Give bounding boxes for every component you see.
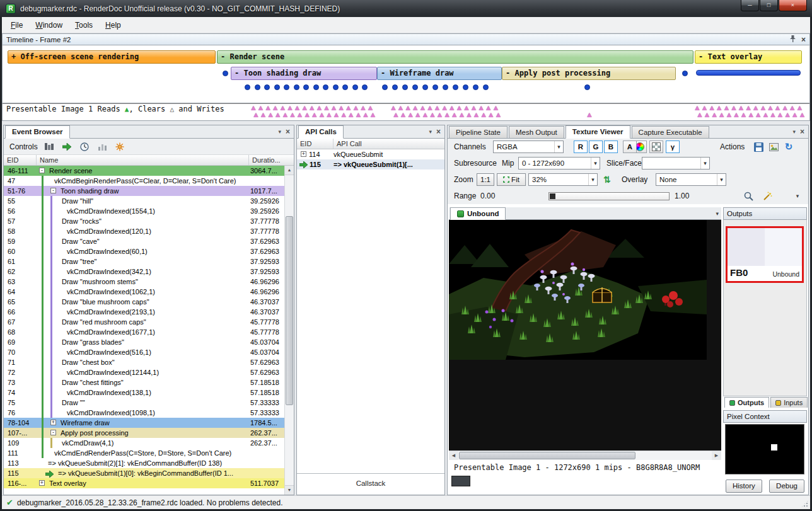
timeline-block[interactable]: - Wireframe draw [377, 67, 502, 80]
event-row-115[interactable]: 115=> vkQueueSubmit(1)[0]: vkBeginComman… [4, 468, 284, 478]
panel-menu-icon[interactable]: ▾ [792, 129, 796, 135]
event-row-69[interactable]: 69Draw "grass blades"45.03704 [4, 337, 284, 347]
event-row-57[interactable]: 57Draw "rocks"37.77778 [4, 216, 284, 226]
panel-menu-icon[interactable]: ▾ [429, 129, 432, 135]
event-row-111[interactable]: 111vkCmdEndRenderPass(C=Store, D=Store, … [4, 448, 284, 458]
panel-close-icon[interactable]: × [800, 127, 804, 136]
event-row-113[interactable]: 113=> vkQueueSubmit(2)[1]: vkEndCommandB… [4, 458, 284, 468]
event-row-62[interactable]: 62vkCmdDrawIndexed(342,1)37.92593 [4, 267, 284, 277]
timeline-dot[interactable] [323, 84, 328, 90]
timeline-dot[interactable] [443, 84, 448, 90]
column-api-call[interactable]: API Call [334, 139, 444, 149]
timeline-dot[interactable] [402, 84, 408, 90]
resize-grip[interactable] [801, 500, 809, 508]
timeline-dot[interactable] [264, 84, 270, 90]
menu-item-file[interactable]: File [4, 18, 29, 32]
event-row-70[interactable]: 70vkCmdDrawIndexed(516,1)45.03704 [4, 347, 284, 357]
mip-combo[interactable]: 0 - 1272x690 ▾ [518, 157, 600, 169]
timeline-dot[interactable] [274, 84, 280, 90]
timeline-columns-icon[interactable] [44, 141, 55, 152]
event-row-76[interactable]: 76vkCmdDrawIndexed(1098,1)57.33333 [4, 408, 284, 418]
timeline-block[interactable]: - Render scene [217, 50, 693, 64]
event-row-65[interactable]: 65Draw "blue mushroom caps"46.37037 [4, 297, 284, 307]
timeline-body[interactable]: + Off-screen scene rendering- Render sce… [2, 45, 810, 103]
timeline-block[interactable]: - Toon shading draw [231, 67, 377, 80]
timeline-dot[interactable] [313, 84, 319, 90]
column-eid[interactable]: EID [4, 155, 37, 165]
event-row-55[interactable]: 55Draw "hill"39.25926 [4, 196, 284, 206]
channel-a-button[interactable]: A [623, 141, 637, 153]
pin-icon[interactable] [789, 35, 796, 43]
tab-api-calls[interactable]: API Calls [298, 125, 344, 139]
tab-inputs[interactable]: Inputs [770, 397, 808, 408]
event-row-61[interactable]: 61Draw "tree"37.92593 [4, 256, 284, 267]
event-row-51-76[interactable]: 51-76-Toon shading draw1017.7... [4, 186, 284, 196]
range-slider[interactable] [548, 192, 670, 200]
timeline-block[interactable]: - Apply post processing [502, 67, 676, 80]
channels-combo[interactable]: RGBA ▾ [493, 141, 564, 153]
tab-capture-executable[interactable]: Capture Executable [632, 126, 709, 138]
overlay-combo[interactable]: None ▾ [656, 173, 726, 186]
scroll-left-icon[interactable]: ◀ [449, 451, 458, 460]
timeline-block[interactable]: - Text overlay [695, 50, 802, 64]
scroll-right-icon[interactable]: ▶ [712, 451, 721, 460]
texture-horizontal-scrollbar[interactable]: ◀ ▶ [449, 451, 721, 460]
tab-mesh-output[interactable]: Mesh Output [509, 126, 564, 138]
alpha-checker-button[interactable] [649, 141, 663, 153]
timeline-dot[interactable] [223, 71, 228, 76]
event-row-116-...[interactable]: 116-...+Text overlay511.7037 [4, 478, 284, 488]
timeline-dot[interactable] [362, 84, 368, 90]
api-calls-header[interactable]: EID API Call [297, 139, 444, 149]
column-name[interactable]: Name [37, 155, 249, 165]
event-row-109[interactable]: 109vkCmdDraw(4,1)262.37... [4, 438, 284, 448]
timeline-close-icon[interactable]: × [801, 37, 806, 43]
scrollbar-thumb[interactable] [459, 452, 635, 459]
close-button[interactable]: × [779, 0, 807, 11]
goto-eid-icon[interactable] [61, 141, 73, 152]
event-browser-scrollbar[interactable]: ▲ ▼ [284, 166, 294, 495]
column-eid[interactable]: EID [297, 139, 334, 149]
maximize-button[interactable]: □ [760, 0, 778, 11]
texture-tab-unbound[interactable]: Unbound [450, 207, 506, 220]
timeline-block[interactable]: + Off-screen scene rendering [8, 50, 216, 64]
event-row-59[interactable]: 59Draw "cave"37.62963 [4, 236, 284, 246]
tree-toggle[interactable]: - [39, 168, 45, 173]
event-row-47[interactable]: 47vkCmdBeginRenderPass(C=Clear, D=Clear,… [4, 176, 284, 186]
zoom-1to1-button[interactable]: 1:1 [477, 173, 494, 186]
minimize-button[interactable]: ─ [741, 0, 759, 11]
tab-outputs[interactable]: Outputs [724, 397, 769, 408]
tree-toggle[interactable]: - [50, 188, 56, 193]
timeline-dot[interactable] [473, 84, 478, 90]
panel-menu-icon[interactable]: ▾ [278, 129, 281, 135]
timeline-dot[interactable] [303, 84, 309, 90]
tab-pipeline-state[interactable]: Pipeline State [449, 126, 508, 138]
event-row-68[interactable]: 68vkCmdDrawIndexed(1677,1)45.77778 [4, 327, 284, 337]
tree-toggle[interactable]: + [50, 420, 56, 425]
zoom-combo[interactable]: 32% ▾ [528, 173, 598, 186]
timeline-dot[interactable] [584, 84, 590, 90]
menu-item-help[interactable]: Help [99, 18, 127, 32]
timeline-dot[interactable] [382, 84, 388, 90]
timeline-dot[interactable] [432, 84, 438, 90]
event-row-58[interactable]: 58vkCmdDrawIndexed(120,1)37.77778 [4, 226, 284, 236]
api-call-row-114[interactable]: +114vkQueueSubmit [297, 149, 444, 159]
texture-tab-dropdown-icon[interactable]: ▾ [716, 210, 719, 217]
timeline-overlay-bar[interactable] [696, 70, 801, 76]
fit-button[interactable]: Fit [497, 173, 526, 186]
event-row-66[interactable]: 66vkCmdDrawIndexed(2193,1)46.37037 [4, 307, 284, 317]
event-row-56[interactable]: 56vkCmdDrawIndexed(1554,1)39.25926 [4, 206, 284, 216]
panel-close-icon[interactable]: × [436, 127, 441, 136]
event-row-72[interactable]: 72vkCmdDrawIndexed(12144,1)57.62963 [4, 367, 284, 377]
tab-event-browser[interactable]: Event Browser [5, 125, 70, 139]
title-bar[interactable]: R debugmarker.rdc - RenderDoc Unofficial… [0, 0, 812, 17]
tree-toggle[interactable]: + [39, 480, 45, 486]
timeline-dot[interactable] [342, 84, 348, 90]
timeline-dot[interactable] [245, 84, 250, 90]
timeline-dot[interactable] [412, 84, 418, 90]
event-row-71[interactable]: 71Draw "chest box"57.62963 [4, 357, 284, 367]
timeline-dot[interactable] [463, 84, 468, 90]
scroll-down-icon[interactable]: ▼ [285, 485, 294, 495]
find-event-icon[interactable] [114, 141, 126, 152]
event-row-74[interactable]: 74vkCmdDrawIndexed(138,1)57.18518 [4, 388, 284, 398]
channel-g-button[interactable]: G [589, 141, 603, 153]
